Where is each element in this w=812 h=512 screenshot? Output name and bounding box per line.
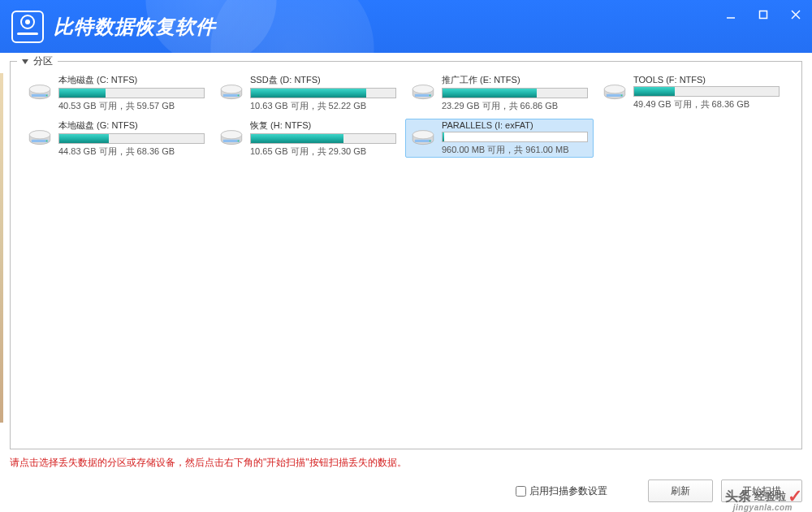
drive-item[interactable]: SSD盘 (D: NTFS)10.63 GB 可用，共 52.22 GB — [214, 73, 402, 112]
hard-drive-icon — [409, 124, 437, 152]
drive-stats: 960.00 MB 可用，共 961.00 MB — [442, 144, 588, 156]
maximize-button[interactable] — [747, 0, 780, 29]
drive-info: SSD盘 (D: NTFS)10.63 GB 可用，共 52.22 GB — [250, 74, 396, 112]
drive-name: PARALLELS (I: exFAT) — [442, 120, 588, 130]
usage-bar — [633, 86, 780, 97]
refresh-button[interactable]: 刷新 — [648, 479, 713, 502]
drive-item[interactable]: PARALLELS (I: exFAT)960.00 MB 可用，共 961.0… — [405, 119, 594, 158]
start-scan-button[interactable]: 开始扫描 — [721, 479, 802, 502]
drive-info: 本地磁盘 (C: NTFS)40.53 GB 可用，共 59.57 GB — [58, 74, 205, 112]
usage-bar — [442, 88, 588, 98]
svg-point-13 — [412, 85, 434, 93]
section-label: 分区 — [33, 54, 53, 68]
svg-point-11 — [238, 95, 240, 97]
drive-info: 推广工作 (E: NTFS)23.29 GB 可用，共 66.86 GB — [442, 74, 588, 112]
svg-point-5 — [29, 85, 50, 93]
watermark-url: jingyanla.com — [733, 503, 793, 512]
drive-name: SSD盘 (D: NTFS) — [250, 74, 396, 86]
svg-rect-14 — [415, 94, 431, 97]
hard-drive-icon — [218, 124, 245, 152]
window-controls — [715, 0, 812, 29]
svg-rect-10 — [223, 94, 240, 97]
svg-point-23 — [46, 141, 48, 142]
svg-point-17 — [604, 85, 625, 93]
drive-stats: 40.53 GB 可用，共 59.57 GB — [58, 100, 205, 112]
minimize-button[interactable] — [715, 0, 747, 29]
hard-drive-icon — [26, 79, 54, 106]
drive-name: 推广工作 (E: NTFS) — [442, 74, 588, 86]
titlebar: 比特数据恢复软件 — [0, 0, 812, 53]
svg-point-29 — [412, 131, 434, 139]
svg-rect-6 — [32, 94, 48, 97]
svg-rect-30 — [415, 140, 431, 142]
main-panel: 分区 本地磁盘 (C: NTFS)40.53 GB 可用，共 59.57 GBS… — [10, 61, 802, 449]
svg-point-25 — [221, 131, 242, 139]
collapse-triangle-icon — [22, 59, 28, 64]
drive-grid: 本地磁盘 (C: NTFS)40.53 GB 可用，共 59.57 GBSSD盘… — [11, 62, 801, 164]
drive-stats: 10.63 GB 可用，共 52.22 GB — [250, 100, 396, 112]
svg-point-21 — [29, 131, 50, 139]
drive-item[interactable]: TOOLS (F: NTFS)49.49 GB 可用，共 68.36 GB — [597, 73, 785, 112]
hard-drive-icon — [26, 124, 54, 152]
footer: 启用扫描参数设置 刷新 开始扫描 头条 经验啦 ✓ jingyanla.com — [0, 475, 812, 512]
svg-point-9 — [221, 85, 242, 93]
drive-name: TOOLS (F: NTFS) — [633, 75, 780, 85]
svg-point-19 — [621, 95, 623, 97]
drive-info: 恢复 (H: NTFS)10.65 GB 可用，共 29.30 GB — [250, 119, 396, 158]
drive-item[interactable]: 本地磁盘 (G: NTFS)44.83 GB 可用，共 68.36 GB — [22, 119, 210, 158]
usage-bar — [58, 133, 205, 144]
drive-stats: 44.83 GB 可用，共 68.36 GB — [58, 145, 205, 158]
usage-bar — [442, 132, 588, 142]
usage-bar — [250, 133, 396, 144]
drive-name: 本地磁盘 (C: NTFS) — [58, 74, 205, 86]
usage-bar — [250, 88, 396, 98]
usage-bar — [58, 88, 205, 98]
svg-rect-26 — [223, 140, 240, 142]
hint-text: 请点击选择丢失数据的分区或存储设备，然后点击右下角的"开始扫描"按钮扫描丢失的数… — [0, 454, 812, 475]
drive-info: TOOLS (F: NTFS)49.49 GB 可用，共 68.36 GB — [633, 75, 780, 111]
svg-rect-22 — [32, 140, 48, 142]
svg-point-31 — [430, 141, 431, 142]
drive-name: 本地磁盘 (G: NTFS) — [58, 119, 205, 132]
drive-name: 恢复 (H: NTFS) — [250, 119, 396, 132]
decorative-stripe — [0, 73, 3, 423]
drive-item[interactable]: 本地磁盘 (C: NTFS)40.53 GB 可用，共 59.57 GB — [22, 73, 210, 112]
app-window: 比特数据恢复软件 分区 本地磁盘 (C: NTFS)40.53 GB 可用，共 … — [0, 0, 812, 512]
drive-stats: 23.29 GB 可用，共 66.86 GB — [442, 100, 588, 112]
svg-point-15 — [430, 95, 431, 97]
enable-scan-options-input[interactable] — [516, 486, 526, 497]
drive-info: PARALLELS (I: exFAT)960.00 MB 可用，共 961.0… — [442, 120, 588, 156]
app-logo-icon — [11, 11, 44, 43]
drive-item[interactable]: 推广工作 (E: NTFS)23.29 GB 可用，共 66.86 GB — [405, 73, 594, 112]
svg-rect-18 — [607, 94, 623, 97]
svg-point-7 — [46, 95, 48, 97]
enable-scan-options-checkbox[interactable]: 启用扫描参数设置 — [516, 484, 607, 498]
svg-point-27 — [238, 141, 240, 142]
svg-rect-1 — [760, 11, 767, 19]
drive-stats: 10.65 GB 可用，共 29.30 GB — [250, 145, 396, 158]
close-button[interactable] — [780, 0, 812, 29]
hard-drive-icon — [218, 79, 245, 106]
enable-scan-options-label: 启用扫描参数设置 — [529, 484, 607, 498]
drive-info: 本地磁盘 (G: NTFS)44.83 GB 可用，共 68.36 GB — [58, 119, 205, 158]
drive-item[interactable]: 恢复 (H: NTFS)10.65 GB 可用，共 29.30 GB — [214, 119, 402, 158]
app-title: 比特数据恢复软件 — [54, 14, 216, 40]
drive-stats: 49.49 GB 可用，共 68.36 GB — [633, 98, 780, 111]
hard-drive-icon — [409, 79, 437, 106]
section-header[interactable]: 分区 — [17, 54, 58, 68]
hard-drive-icon — [601, 79, 628, 106]
